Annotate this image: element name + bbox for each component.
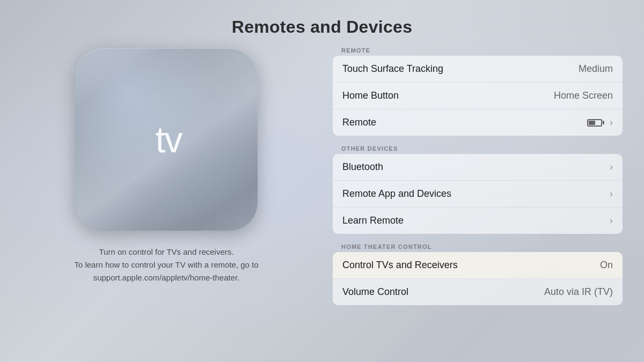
apple-tv-icon: tv (75, 48, 258, 231)
settings-row-touch-surface[interactable]: Touch Surface Tracking Medium (333, 56, 623, 83)
home-button-label: Home Button (342, 90, 399, 101)
caption: Turn on control for TVs and receivers. T… (74, 246, 258, 284)
settings-row-volume-control[interactable]: Volume Control Auto via IR (TV) (333, 279, 623, 305)
remote-chevron-icon: › (610, 117, 613, 128)
settings-row-control-tvs[interactable]: Control TVs and Receivers On (333, 252, 623, 279)
icon-content: tv (151, 121, 182, 158)
home-button-value: Home Screen (554, 90, 613, 101)
settings-row-learn-remote[interactable]: Learn Remote › (333, 208, 623, 234)
caption-line3: support.apple.com/appletv/home-theater. (74, 271, 258, 284)
battery-tip (603, 121, 604, 124)
learn-remote-chevron-icon: › (610, 215, 613, 226)
learn-remote-right: › (610, 215, 613, 226)
bluetooth-chevron-icon: › (610, 161, 613, 173)
battery-body (587, 119, 602, 127)
volume-control-label: Volume Control (342, 286, 408, 298)
settings-row-remote[interactable]: Remote › (333, 109, 623, 136)
volume-control-value: Auto via IR (TV) (544, 286, 613, 298)
right-panel: REMOTE Touch Surface Tracking Medium Hom… (333, 47, 623, 315)
learn-remote-label: Learn Remote (342, 215, 404, 226)
settings-row-bluetooth[interactable]: Bluetooth › (333, 154, 623, 181)
bluetooth-right: › (610, 161, 613, 173)
caption-line1: Turn on control for TVs and receivers. (74, 246, 258, 258)
caption-line2: To learn how to control your TV with a r… (74, 258, 258, 271)
touch-surface-label: Touch Surface Tracking (342, 63, 443, 75)
battery-fill (589, 121, 595, 125)
left-panel: tv Turn on control for TVs and receivers… (32, 48, 301, 284)
volume-control-right: Auto via IR (TV) (544, 286, 613, 298)
page-title: Remotes and Devices (0, 17, 644, 37)
touch-surface-right: Medium (579, 63, 613, 75)
remote-app-right: › (610, 188, 613, 200)
control-tvs-right: On (600, 260, 613, 271)
battery-icon (587, 119, 604, 127)
section-label-other-devices: OTHER DEVICES (333, 145, 623, 152)
settings-group-remote: Touch Surface Tracking Medium Home Butto… (333, 56, 623, 136)
settings-group-home-theater: Control TVs and Receivers On Volume Cont… (333, 252, 623, 305)
remote-label: Remote (342, 117, 376, 128)
control-tvs-value: On (600, 260, 613, 271)
section-label-remote: REMOTE (333, 47, 623, 54)
touch-surface-value: Medium (579, 63, 613, 75)
home-button-right: Home Screen (554, 90, 613, 101)
settings-row-remote-app[interactable]: Remote App and Devices › (333, 181, 623, 208)
bluetooth-label: Bluetooth (342, 161, 383, 173)
settings-row-home-button[interactable]: Home Button Home Screen (333, 83, 623, 109)
remote-right: › (587, 117, 613, 128)
control-tvs-label: Control TVs and Receivers (342, 260, 458, 271)
remote-app-label: Remote App and Devices (342, 188, 451, 200)
settings-group-other-devices: Bluetooth › Remote App and Devices › Lea… (333, 154, 623, 234)
tv-label: tv (156, 121, 182, 158)
remote-app-chevron-icon: › (610, 188, 613, 200)
section-label-home-theater: HOME THEATER CONTROL (333, 243, 623, 250)
